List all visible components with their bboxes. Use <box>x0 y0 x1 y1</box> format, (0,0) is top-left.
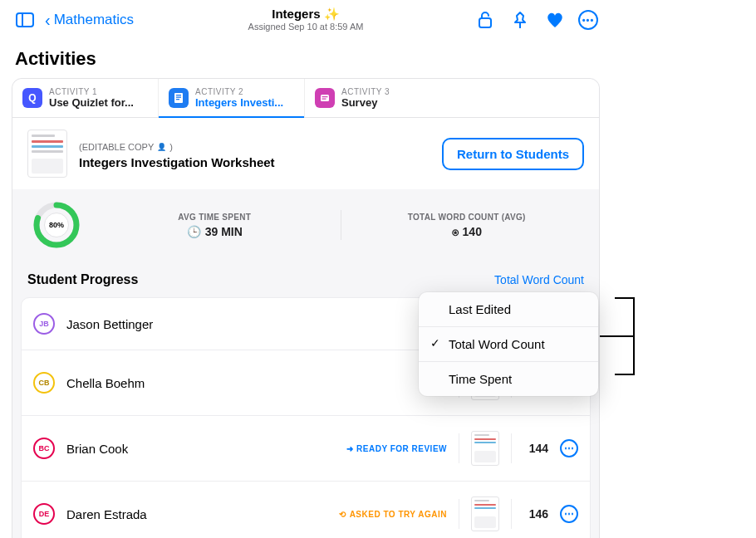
svg-rect-10 <box>322 99 326 100</box>
doc-name: Integers Investigation Worksheet <box>79 155 275 169</box>
heart-icon[interactable] <box>543 8 567 32</box>
pages-icon <box>169 88 189 108</box>
metric-value: 140 <box>463 225 482 238</box>
sort-option-total-word-count[interactable]: Total Word Count <box>419 327 598 362</box>
student-name: Chella Boehm <box>66 376 145 390</box>
toolbar-right: ••• <box>474 8 598 32</box>
person-icon: 👤 <box>157 143 166 151</box>
svg-rect-2 <box>479 18 491 27</box>
clock-icon: 🕒 <box>187 225 201 238</box>
svg-rect-4 <box>174 93 183 103</box>
svg-rect-5 <box>176 95 181 95</box>
document-thumbnail[interactable] <box>27 130 67 178</box>
list-item[interactable]: DE Daren Estrada ⟲ASKED TO TRY AGAIN 146… <box>22 482 590 538</box>
row-more-button[interactable]: ⋯ <box>560 439 578 457</box>
metric-value: 39 MIN <box>205 225 243 238</box>
back-label: Mathematics <box>54 12 134 28</box>
status-badge: ⟲ASKED TO TRY AGAIN <box>339 510 447 519</box>
student-name: Jason Bettinger <box>66 317 153 331</box>
svg-rect-8 <box>321 95 329 101</box>
pin-icon[interactable] <box>508 8 532 32</box>
editable-copy-label: (EDITABLE COPY 👤 ) <box>79 142 173 152</box>
svg-rect-9 <box>322 96 328 97</box>
row-more-button[interactable]: ⋯ <box>560 505 578 523</box>
student-name: Brian Cook <box>66 442 128 456</box>
forms-icon <box>315 88 335 108</box>
page-subtitle: Assigned Sep 10 at 8:59 AM <box>248 22 364 32</box>
sort-popover: Last Edited Total Word Count Time Spent <box>419 292 598 396</box>
tab-name: Integers Investi... <box>195 96 283 109</box>
sort-dropdown[interactable]: Total Word Count <box>494 273 584 286</box>
metrics-row: 80% AVG TIME SPENT 🕒39 MIN TOTAL WORD CO… <box>12 189 599 261</box>
badge-icon: ⍟ <box>452 225 459 238</box>
chevron-left-icon: ‹ <box>45 11 51 30</box>
unlock-icon[interactable] <box>474 8 497 32</box>
list-item[interactable]: BC Brian Cook ➜READY FOR REVIEW 144 ⋯ <box>22 416 590 482</box>
metric-label: TOTAL WORD COUNT (AVG) <box>408 213 526 222</box>
avatar: CB <box>33 372 55 394</box>
activity-tabs: Q ACTIVITY 1 Use Quizlet for... ACTIVITY… <box>12 79 599 118</box>
tab-activity-3[interactable]: ACTIVITY 3 Survey <box>305 79 451 117</box>
progress-percent: 80% <box>44 213 69 237</box>
section-title: Activities <box>0 37 611 78</box>
tab-num: ACTIVITY 1 <box>49 87 134 96</box>
back-button[interactable]: ‹ Mathematics <box>45 11 134 30</box>
more-icon[interactable]: ••• <box>578 10 598 30</box>
page-title: Integers ✨ <box>272 7 340 22</box>
metric-wordcount: TOTAL WORD COUNT (AVG) ⍟140 <box>341 213 593 238</box>
svg-rect-7 <box>176 99 179 100</box>
arrow-circle-icon: ➜ <box>346 444 354 453</box>
quizlet-icon: Q <box>22 88 42 108</box>
progress-ring: 80% <box>32 201 81 249</box>
tab-name: Survey <box>341 96 390 109</box>
word-count: 146 <box>523 507 548 521</box>
submission-thumbnail[interactable] <box>471 431 499 466</box>
tab-num: ACTIVITY 3 <box>341 87 390 96</box>
doc-info: (EDITABLE COPY 👤 ) Integers Investigatio… <box>79 139 275 169</box>
activity-subheader: (EDITABLE COPY 👤 ) Integers Investigatio… <box>12 118 599 189</box>
avatar: DE <box>33 503 55 525</box>
progress-header: Student Progress Total Word Count <box>12 261 599 292</box>
metric-label: AVG TIME SPENT <box>178 213 251 222</box>
student-name: Daren Estrada <box>66 507 147 521</box>
status-badge: ➜READY FOR REVIEW <box>346 444 447 453</box>
submission-thumbnail[interactable] <box>471 496 499 531</box>
word-count: 144 <box>523 442 548 455</box>
refresh-circle-icon: ⟲ <box>339 510 346 519</box>
tab-activity-1[interactable]: Q ACTIVITY 1 Use Quizlet for... <box>12 79 159 117</box>
metric-time: AVG TIME SPENT 🕒39 MIN <box>89 213 341 238</box>
progress-title: Student Progress <box>27 272 138 287</box>
annotation-bracket <box>600 297 635 375</box>
avatar: JB <box>33 313 55 335</box>
svg-rect-0 <box>17 13 33 27</box>
tab-activity-2[interactable]: ACTIVITY 2 Integers Investi... <box>159 79 305 117</box>
tab-num: ACTIVITY 2 <box>195 87 283 96</box>
tab-name: Use Quizlet for... <box>49 96 134 109</box>
sort-option-last-edited[interactable]: Last Edited <box>419 292 598 327</box>
avatar: BC <box>33 438 55 459</box>
svg-rect-6 <box>176 97 181 98</box>
sort-option-time-spent[interactable]: Time Spent <box>419 362 598 396</box>
app-window: ‹ Mathematics Integers ✨ Assigned Sep 10… <box>0 0 611 538</box>
return-to-students-button[interactable]: Return to Students <box>442 138 584 170</box>
topbar: ‹ Mathematics Integers ✨ Assigned Sep 10… <box>0 0 611 37</box>
sidebar-toggle-icon[interactable] <box>13 8 37 32</box>
